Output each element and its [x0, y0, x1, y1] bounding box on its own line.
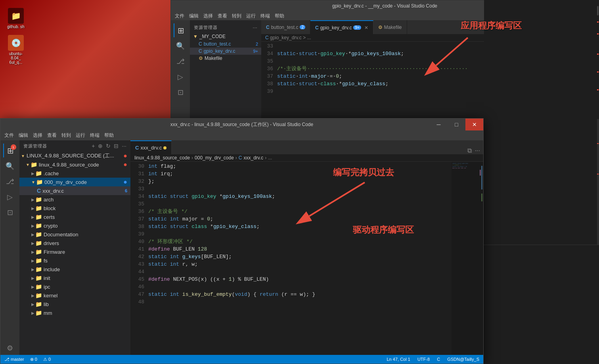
status-branch[interactable]: ⎇ master — [4, 357, 24, 362]
minimap-stripe-3 — [480, 170, 481, 176]
bg-ext-icon[interactable]: ⊡ — [174, 85, 188, 99]
bg-folder-name: _MY_CODE — [199, 34, 226, 39]
fg-debug-icon[interactable]: ▷ — [3, 190, 17, 204]
fg-maximize-button[interactable]: □ — [448, 119, 465, 130]
fg-badge-1: 1 — [11, 144, 16, 150]
tree-linux-folder[interactable]: ▼ 📁 linux_4.9.88_source_code ● — [19, 160, 130, 169]
tree-arch[interactable]: ▶ 📁 arch — [19, 195, 130, 204]
bg-run-icon[interactable]: ▷ — [174, 70, 188, 84]
status-tabnine[interactable]: GSDN@Tailly_S — [447, 357, 479, 362]
fg-ext-icon[interactable]: ⊡ — [3, 205, 17, 219]
fg-code-content[interactable]: int flag; int irq; }; static struct gpio… — [148, 162, 452, 355]
desktop-icon-ubuntu[interactable]: 💿 ubuntu-8.04_6ul_q... — [4, 35, 28, 65]
fg-win-buttons: ─ □ ✕ — [430, 119, 483, 130]
tree-mm[interactable]: ▶ 📁 mm — [19, 308, 130, 317]
fg-menu-terminal[interactable]: 终端 — [90, 132, 100, 139]
fg-sidebar-toolbar[interactable]: + ⊕ ↻ ⊟ ··· — [92, 143, 126, 149]
bg-folder-item[interactable]: ▼ _MY_CODE — [190, 33, 261, 40]
fg-menu-select[interactable]: 选择 — [33, 132, 42, 139]
bg-search-icon[interactable]: 🔍 — [174, 39, 188, 53]
menu-edit[interactable]: 编辑 — [189, 13, 199, 19]
bg-file-3[interactable]: ⚙ Makefile — [190, 55, 261, 62]
tree-certs[interactable]: ▶ 📁 certs — [19, 213, 130, 221]
root-badge: ● — [123, 152, 127, 159]
menu-goto[interactable]: 转到 — [232, 13, 241, 19]
code-line-32: }; — [148, 178, 452, 185]
fg-more-icon[interactable]: ··· — [122, 143, 126, 149]
code-line-30: int flag; — [148, 163, 452, 170]
bg-sidebar-header: 资源管理器 ··· — [190, 22, 261, 33]
fg-menu-run[interactable]: 运行 — [76, 132, 85, 139]
fg-editor-toolbar: ⧉ ··· — [467, 147, 483, 154]
status-errors[interactable]: ⊗ 0 — [30, 357, 37, 362]
fg-window: xxx_drv.c - linux_4.9.88_source_code (工作… — [0, 118, 484, 364]
fg-new-file-icon[interactable]: + — [92, 143, 95, 149]
bg-tab-2-active[interactable]: Cgpio_key_drv.c 9+ ✕ — [310, 20, 373, 34]
fg-git-icon[interactable]: ⎇ — [3, 174, 17, 188]
menu-terminal[interactable]: 终端 — [260, 13, 270, 19]
bg-file-2[interactable]: C gpio_key_drv.c 9+ — [190, 48, 261, 55]
bg-tab-close[interactable]: ✕ — [364, 25, 368, 31]
fg-menu-edit[interactable]: 编辑 — [19, 132, 28, 139]
menu-help[interactable]: 帮助 — [275, 13, 284, 19]
fg-menu-view[interactable]: 查看 — [47, 132, 57, 139]
tree-init[interactable]: ▶ 📁 init — [19, 274, 130, 282]
fg-menu-help[interactable]: 帮助 — [104, 132, 114, 139]
tree-fs[interactable]: ▶ 📁 fs — [19, 256, 130, 265]
fg-explorer-icon[interactable]: ⊞ 1 — [3, 144, 17, 157]
status-encoding[interactable]: UTF-8 — [417, 357, 430, 362]
status-lang[interactable]: C — [437, 357, 440, 362]
tree-root[interactable]: ▼ LINUX_4.9.88_SOURCE_CODE (工... ● — [19, 151, 130, 160]
tree-drivers[interactable]: ▶ 📁 drivers — [19, 239, 130, 247]
bg-explorer-icon[interactable]: ⊞ — [174, 23, 188, 37]
code-line-31: int irq; — [148, 170, 452, 178]
fg-more-actions-icon[interactable]: ··· — [475, 147, 480, 154]
ubuntu-icon: 💿 — [8, 35, 24, 51]
desktop-icon-github[interactable]: 📁 github. sh — [4, 8, 28, 29]
fg-minimize-button[interactable]: ─ — [430, 119, 448, 130]
menu-select[interactable]: 选择 — [203, 13, 213, 19]
tree-cache[interactable]: ▶ 📁 .cache — [19, 169, 130, 178]
scrollbar-mark-5 — [597, 89, 599, 90]
status-warnings[interactable]: ⚠ 0 — [43, 357, 51, 362]
fg-settings-icon[interactable]: ⚙ — [3, 341, 17, 355]
tree-block[interactable]: ▶ 📁 block — [19, 204, 130, 213]
fg-search-icon[interactable]: 🔍 — [3, 159, 17, 173]
bg-file-1[interactable]: C button_test.c 2 — [190, 40, 261, 48]
status-position[interactable]: Ln 47, Col 1 — [387, 357, 410, 362]
fg-new-folder-icon[interactable]: ⊕ — [98, 143, 103, 149]
tree-ipc[interactable]: ▶ 📁 ipc — [19, 282, 130, 291]
scrollbar-thumb-1 — [597, 6, 599, 15]
menu-run[interactable]: 运行 — [246, 13, 256, 19]
tree-firmware[interactable]: ▶ 📁 Firmware — [19, 247, 130, 256]
fg-refresh-icon[interactable]: ↻ — [106, 143, 111, 149]
bg-sidebar-dots[interactable]: ··· — [253, 24, 257, 31]
code-line-34: static struct gpio_key *gpio_keys_100ask… — [148, 193, 452, 200]
fg-sidebar-title: 资源管理器 — [23, 143, 47, 149]
tree-000-folder[interactable]: ▼ 📁 000_my_drv_code ● — [19, 178, 130, 186]
fg-collapse-icon[interactable]: ⊟ — [114, 143, 119, 149]
menu-view[interactable]: 查看 — [218, 13, 227, 19]
tree-xxx-file[interactable]: C xxx_drv.c 6 — [19, 186, 130, 195]
fg-title-bar: xxx_drv.c - linux_4.9.88_source_code (工作… — [0, 119, 483, 130]
fg-code-area[interactable]: 30313233 34353637 38394041 42434445 4647… — [130, 162, 483, 355]
tree-crypto[interactable]: ▶ 📁 crypto — [19, 221, 130, 230]
fg-menu-goto[interactable]: 转到 — [61, 132, 71, 139]
tree-lib[interactable]: ▶ 📁 lib — [19, 300, 130, 308]
bg-tab-3[interactable]: ⚙Makefile — [373, 20, 407, 34]
bg-git-icon[interactable]: ⎇ — [174, 54, 188, 68]
menu-file[interactable]: 文件 — [175, 13, 184, 19]
fg-minimap[interactable]: static struct gpio_key /* 主设备号 */ static… — [452, 162, 483, 355]
desktop-bg: 📁 github. sh 💿 ubuntu-8.04_6ul_q... — [0, 0, 170, 119]
fg-split-editor-icon[interactable]: ⧉ — [467, 147, 472, 154]
tree-kernel[interactable]: ▶ 📁 kernel — [19, 291, 130, 300]
fg-menu-file[interactable]: 文件 — [4, 132, 14, 139]
fg-close-button[interactable]: ✕ — [465, 119, 483, 130]
fg-menu-bar: 文件 编辑 选择 查看 转到 运行 终端 帮助 — [0, 130, 483, 140]
minimap-stripe-1 — [481, 166, 482, 190]
right-scrollbar[interactable] — [593, 0, 599, 119]
tree-include[interactable]: ▶ 📁 include — [19, 265, 130, 274]
fg-tab-active[interactable]: C xxx_drv.c — [130, 140, 172, 154]
tree-documentation[interactable]: ▶ 📁 Documentation — [19, 230, 130, 239]
bg-tab-1[interactable]: Cbutton_test.c 2 — [261, 20, 310, 34]
